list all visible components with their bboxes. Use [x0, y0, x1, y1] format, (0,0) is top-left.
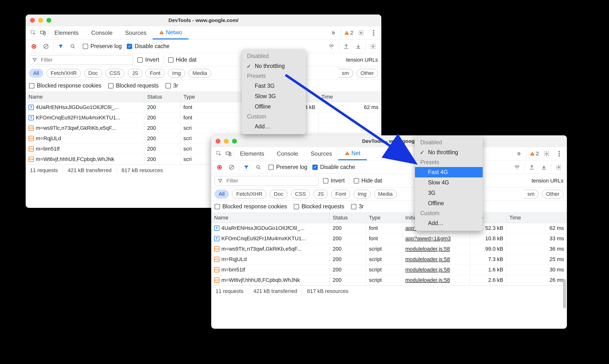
search-icon[interactable] — [254, 162, 263, 172]
wifi-throttling-icon[interactable] — [327, 41, 336, 51]
type-wasm-partial[interactable]: sm — [524, 190, 539, 198]
device-toolbar-icon[interactable] — [38, 28, 48, 38]
table-row[interactable]: <>m=bm51tf200scriptmoduleloader.js:581.6… — [211, 265, 567, 275]
cell-initiator[interactable]: app?awwd=1&gm3 — [402, 234, 470, 244]
inspect-element-icon[interactable] — [214, 149, 224, 158]
menu-item-add[interactable]: Add… — [415, 218, 483, 228]
type-css[interactable]: CSS — [291, 190, 310, 198]
kebab-menu-icon[interactable] — [554, 149, 564, 158]
filter-icon[interactable] — [242, 162, 251, 172]
device-toolbar-icon[interactable] — [224, 149, 233, 158]
type-all[interactable]: All — [29, 69, 43, 78]
close-window-button[interactable] — [216, 139, 220, 143]
preserve-log-checkbox[interactable]: Preserve log — [83, 43, 122, 50]
filter-text-field[interactable] — [41, 57, 130, 63]
type-font[interactable]: Font — [331, 190, 350, 198]
warning-badge[interactable]: 2 — [530, 151, 539, 157]
record-icon[interactable] — [215, 162, 224, 172]
type-fetch-xhr[interactable]: Fetch/XHR — [232, 190, 266, 198]
third-party-checkbox[interactable]: 3r — [165, 82, 178, 89]
menu-item-offline[interactable]: Offline — [415, 198, 483, 208]
close-window-button[interactable] — [30, 18, 35, 23]
cell-initiator[interactable]: moduleloader.js:58 — [402, 275, 470, 285]
hide-data-urls-checkbox[interactable]: Hide dat — [168, 57, 197, 63]
menu-item-no-throttling[interactable]: No throttling — [242, 61, 306, 71]
download-icon[interactable] — [539, 162, 549, 172]
inspect-element-icon[interactable] — [28, 28, 38, 38]
warning-badge[interactable]: 2 — [344, 30, 353, 36]
minimize-window-button[interactable] — [224, 139, 229, 143]
script-resource-icon: <> — [28, 146, 34, 152]
invert-checkbox[interactable]: Invert — [137, 57, 159, 63]
tab-console[interactable]: Console — [85, 26, 119, 39]
type-media[interactable]: Media — [189, 69, 211, 78]
type-img[interactable]: Img — [168, 69, 185, 78]
download-icon[interactable] — [353, 41, 363, 51]
table-row[interactable]: <>m=ws9Tlc,n73qwf,GkRiKb,e5qF...200scrip… — [211, 244, 567, 254]
col-type[interactable]: Type — [366, 213, 402, 223]
hide-data-urls-checkbox[interactable]: Hide dat — [354, 177, 382, 184]
tab-elements[interactable]: Elements — [234, 147, 271, 160]
tab-elements[interactable]: Elements — [48, 26, 85, 39]
blocked-requests-checkbox[interactable]: Blocked requests — [108, 82, 159, 89]
type-other[interactable]: Other — [542, 190, 564, 198]
upload-icon[interactable] — [527, 162, 537, 172]
settings-gear-icon[interactable] — [368, 41, 378, 51]
table-row[interactable]: <>m=RqjULd200scriptmoduleloader.js:587.3… — [211, 254, 567, 265]
col-name[interactable]: Name — [211, 213, 330, 223]
cell-initiator[interactable]: moduleloader.js:58 — [402, 265, 470, 275]
type-css[interactable]: CSS — [105, 69, 124, 78]
type-all[interactable]: All — [215, 190, 229, 198]
minimize-window-button[interactable] — [38, 18, 43, 23]
cell-initiator[interactable]: moduleloader.js:58 — [402, 244, 470, 254]
filter-input[interactable] — [215, 176, 319, 186]
type-media[interactable]: Media — [374, 190, 397, 198]
record-icon[interactable] — [29, 41, 39, 51]
type-doc[interactable]: Doc — [84, 69, 102, 78]
col-time[interactable]: Time — [506, 213, 567, 223]
tab-network[interactable]: Netwo — [153, 26, 189, 39]
menu-item-3g[interactable]: 3G — [415, 188, 483, 198]
col-status[interactable]: Status — [144, 92, 180, 102]
cell-initiator[interactable]: moduleloader.js:58 — [402, 254, 470, 264]
filter-input[interactable] — [29, 55, 133, 65]
col-status[interactable]: Status — [330, 213, 366, 223]
cell-time: 62 ms — [506, 223, 567, 233]
filter-text-field[interactable] — [226, 177, 315, 184]
col-name[interactable]: Name — [26, 92, 144, 102]
clear-icon[interactable] — [227, 162, 236, 172]
table-row[interactable]: <>m=Wt6vjf,hhhU8,FCpbqb,WhJNk200scriptmo… — [211, 275, 567, 286]
scrollbar-thumb[interactable] — [563, 279, 566, 308]
table-row[interactable]: T4UaRrENHsxJlGDuGo1OIlJfC6l_...200fontap… — [211, 223, 567, 234]
type-font[interactable]: Font — [146, 69, 164, 78]
invert-checkbox[interactable]: Invert — [323, 177, 345, 184]
table-row[interactable]: TKFOmCnqEu92Fr1Mu4mxKKTU1...200fontapp?a… — [211, 234, 567, 244]
gear-icon[interactable] — [542, 149, 551, 158]
more-tabs-chevron-icon[interactable] — [328, 28, 338, 38]
filter-icon[interactable] — [56, 41, 66, 51]
type-js[interactable]: JS — [313, 190, 328, 198]
search-icon[interactable] — [68, 41, 78, 51]
gear-icon[interactable] — [356, 28, 366, 38]
third-party-checkbox[interactable]: 3r — [351, 203, 364, 210]
clear-icon[interactable] — [41, 41, 51, 51]
status-resources: 817 kB resources — [117, 167, 168, 174]
tab-sources[interactable]: Sources — [119, 26, 153, 39]
type-doc[interactable]: Doc — [270, 190, 287, 198]
blocked-response-cookies-checkbox[interactable]: Blocked response cookies — [29, 82, 101, 89]
zoom-window-button[interactable] — [46, 18, 51, 23]
disable-cache-checkbox[interactable]: Disable cache — [127, 43, 169, 50]
type-img[interactable]: Img — [353, 190, 371, 198]
type-js[interactable]: JS — [128, 69, 142, 78]
type-fetch-xhr[interactable]: Fetch/XHR — [46, 69, 81, 78]
cell-time: 36 ms — [506, 244, 567, 254]
settings-gear-icon[interactable] — [554, 162, 564, 172]
wifi-throttling-icon[interactable] — [512, 162, 522, 172]
blocked-requests-checkbox[interactable]: Blocked requests — [294, 203, 344, 210]
blocked-response-cookies-checkbox[interactable]: Blocked response cookies — [215, 203, 287, 210]
upload-icon[interactable] — [341, 41, 351, 51]
more-tabs-chevron-icon[interactable] — [514, 149, 524, 158]
menu-item-slow-4g[interactable]: Slow 4G — [415, 177, 483, 188]
kebab-menu-icon[interactable] — [369, 28, 379, 38]
zoom-window-button[interactable] — [232, 139, 237, 143]
